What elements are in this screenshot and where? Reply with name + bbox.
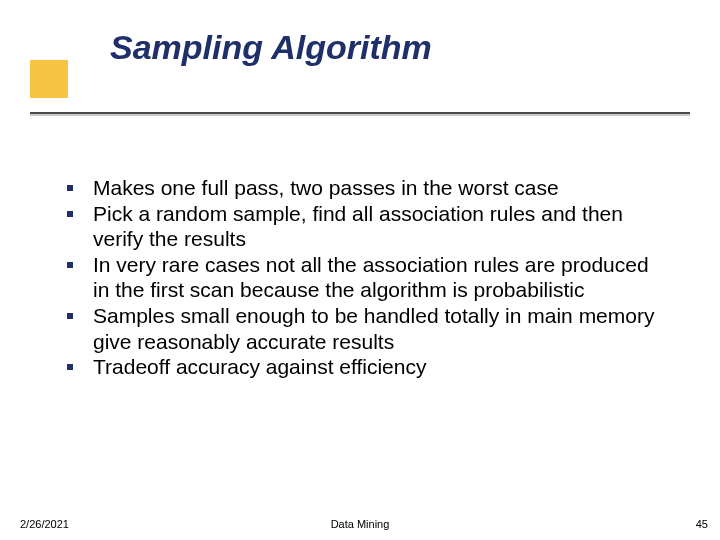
footer-page-number: 45 (696, 518, 708, 530)
slide: Sampling Algorithm Makes one full pass, … (0, 0, 720, 540)
bullet-list: Makes one full pass, two passes in the w… (55, 175, 665, 380)
footer: 2/26/2021 Data Mining 45 (0, 510, 720, 530)
footer-center: Data Mining (0, 518, 720, 530)
slide-title: Sampling Algorithm (110, 28, 690, 87)
list-item: Samples small enough to be handled total… (55, 303, 665, 354)
list-item: Makes one full pass, two passes in the w… (55, 175, 665, 201)
accent-square (30, 60, 68, 98)
title-underline-shadow (30, 114, 690, 116)
body-content: Makes one full pass, two passes in the w… (55, 175, 665, 380)
title-block: Sampling Algorithm (30, 28, 690, 87)
list-item: Tradeoff accuracy against efficiency (55, 354, 665, 380)
list-item: Pick a random sample, find all associati… (55, 201, 665, 252)
list-item: In very rare cases not all the associati… (55, 252, 665, 303)
